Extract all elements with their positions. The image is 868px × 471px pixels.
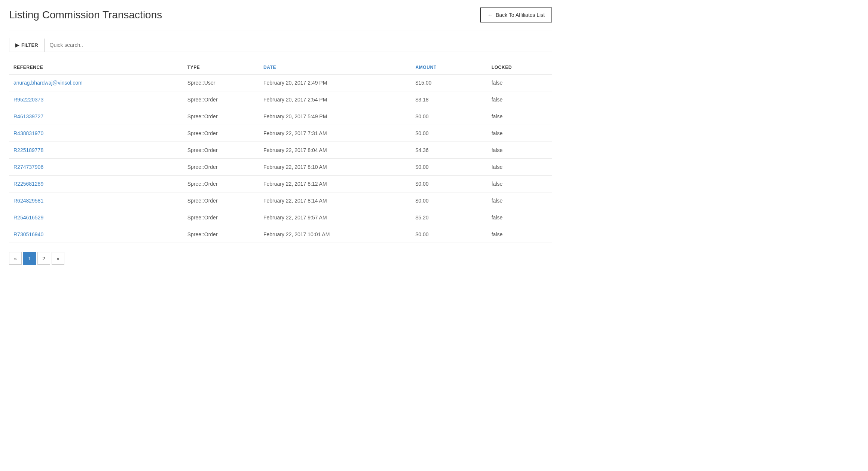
- reference-link[interactable]: anurag.bhardwaj@vinsol.com: [13, 80, 83, 86]
- back-to-affiliates-button[interactable]: ← Back To Affiliates List: [480, 7, 552, 22]
- pagination-next-button[interactable]: »: [52, 252, 64, 265]
- cell-date: February 22, 2017 7:31 AM: [259, 125, 411, 142]
- back-button-label: Back To Affiliates List: [496, 12, 545, 18]
- table-row: R730516940Spree::OrderFebruary 22, 2017 …: [9, 226, 552, 243]
- pagination-prev-button[interactable]: «: [9, 252, 22, 265]
- pagination-page-1-button[interactable]: 1: [23, 252, 36, 265]
- filter-button-label: FILTER: [21, 42, 38, 48]
- cell-amount: $3.18: [411, 91, 487, 108]
- cell-date: February 22, 2017 8:10 AM: [259, 159, 411, 176]
- table-row: anurag.bhardwaj@vinsol.comSpree::UserFeb…: [9, 74, 552, 91]
- cell-reference[interactable]: R254616529: [9, 209, 183, 226]
- table-row: R952220373Spree::OrderFebruary 20, 2017 …: [9, 91, 552, 108]
- table-body: anurag.bhardwaj@vinsol.comSpree::UserFeb…: [9, 74, 552, 243]
- table-row: R254616529Spree::OrderFebruary 22, 2017 …: [9, 209, 552, 226]
- cell-reference[interactable]: R624829581: [9, 192, 183, 209]
- cell-date: February 22, 2017 8:12 AM: [259, 176, 411, 192]
- pagination-page-2-button[interactable]: 2: [37, 252, 50, 265]
- cell-reference[interactable]: R952220373: [9, 91, 183, 108]
- table-row: R274737906Spree::OrderFebruary 22, 2017 …: [9, 159, 552, 176]
- table-row: R461339727Spree::OrderFebruary 20, 2017 …: [9, 108, 552, 125]
- cell-date: February 22, 2017 8:04 AM: [259, 142, 411, 159]
- cell-type: Spree::User: [183, 74, 259, 91]
- cell-type: Spree::Order: [183, 209, 259, 226]
- reference-link[interactable]: R225681289: [13, 181, 43, 187]
- cell-reference[interactable]: R274737906: [9, 159, 183, 176]
- page-wrapper: Listing Commission Transactions ← Back T…: [0, 0, 561, 272]
- cell-type: Spree::Order: [183, 226, 259, 243]
- col-header-amount: AMOUNT: [411, 61, 487, 74]
- col-header-reference: REFERENCE: [9, 61, 183, 74]
- cell-type: Spree::Order: [183, 125, 259, 142]
- reference-link[interactable]: R438831970: [13, 130, 43, 136]
- cell-date: February 20, 2017 5:49 PM: [259, 108, 411, 125]
- cell-date: February 22, 2017 8:14 AM: [259, 192, 411, 209]
- page-header: Listing Commission Transactions ← Back T…: [9, 7, 552, 30]
- cell-reference[interactable]: R730516940: [9, 226, 183, 243]
- cell-locked: false: [487, 108, 552, 125]
- table-row: R438831970Spree::OrderFebruary 22, 2017 …: [9, 125, 552, 142]
- cell-locked: false: [487, 142, 552, 159]
- cell-amount: $4.36: [411, 142, 487, 159]
- cell-date: February 20, 2017 2:54 PM: [259, 91, 411, 108]
- quick-search-input[interactable]: [45, 38, 552, 52]
- reference-link[interactable]: R254616529: [13, 215, 43, 221]
- reference-link[interactable]: R730516940: [13, 231, 43, 237]
- cell-locked: false: [487, 226, 552, 243]
- col-header-date: DATE: [259, 61, 411, 74]
- transactions-table: REFERENCE TYPE DATE AMOUNT LOCKED anurag…: [9, 61, 552, 243]
- reference-link[interactable]: R274737906: [13, 164, 43, 170]
- cell-reference[interactable]: R225681289: [9, 176, 183, 192]
- reference-link[interactable]: R461339727: [13, 113, 43, 119]
- cell-type: Spree::Order: [183, 91, 259, 108]
- col-header-type: TYPE: [183, 61, 259, 74]
- cell-amount: $0.00: [411, 108, 487, 125]
- cell-type: Spree::Order: [183, 159, 259, 176]
- filter-bar: ▶ FILTER: [9, 38, 552, 52]
- table-row: R624829581Spree::OrderFebruary 22, 2017 …: [9, 192, 552, 209]
- reference-link[interactable]: R952220373: [13, 97, 43, 103]
- cell-amount: $0.00: [411, 125, 487, 142]
- cell-reference[interactable]: R225189778: [9, 142, 183, 159]
- cell-locked: false: [487, 159, 552, 176]
- cell-amount: $0.00: [411, 176, 487, 192]
- cell-amount: $15.00: [411, 74, 487, 91]
- reference-link[interactable]: R624829581: [13, 198, 43, 204]
- back-arrow-icon: ←: [488, 12, 493, 18]
- pagination: « 1 2 »: [9, 252, 552, 265]
- cell-locked: false: [487, 74, 552, 91]
- filter-button[interactable]: ▶ FILTER: [9, 39, 45, 52]
- cell-date: February 22, 2017 10:01 AM: [259, 226, 411, 243]
- cell-reference[interactable]: R438831970: [9, 125, 183, 142]
- cell-date: February 22, 2017 9:57 AM: [259, 209, 411, 226]
- page-title: Listing Commission Transactions: [9, 9, 162, 21]
- cell-locked: false: [487, 209, 552, 226]
- table-row: R225189778Spree::OrderFebruary 22, 2017 …: [9, 142, 552, 159]
- cell-amount: $0.00: [411, 159, 487, 176]
- cell-amount: $0.00: [411, 192, 487, 209]
- cell-date: February 20, 2017 2:49 PM: [259, 74, 411, 91]
- cell-amount: $0.00: [411, 226, 487, 243]
- table-header: REFERENCE TYPE DATE AMOUNT LOCKED: [9, 61, 552, 74]
- cell-type: Spree::Order: [183, 142, 259, 159]
- cell-type: Spree::Order: [183, 108, 259, 125]
- filter-arrow-icon: ▶: [15, 42, 19, 48]
- cell-reference[interactable]: R461339727: [9, 108, 183, 125]
- reference-link[interactable]: R225189778: [13, 147, 43, 153]
- cell-amount: $5.20: [411, 209, 487, 226]
- cell-locked: false: [487, 192, 552, 209]
- table-row: R225681289Spree::OrderFebruary 22, 2017 …: [9, 176, 552, 192]
- cell-type: Spree::Order: [183, 176, 259, 192]
- cell-type: Spree::Order: [183, 192, 259, 209]
- col-header-locked: LOCKED: [487, 61, 552, 74]
- cell-locked: false: [487, 125, 552, 142]
- cell-reference[interactable]: anurag.bhardwaj@vinsol.com: [9, 74, 183, 91]
- cell-locked: false: [487, 91, 552, 108]
- table-header-row: REFERENCE TYPE DATE AMOUNT LOCKED: [9, 61, 552, 74]
- cell-locked: false: [487, 176, 552, 192]
